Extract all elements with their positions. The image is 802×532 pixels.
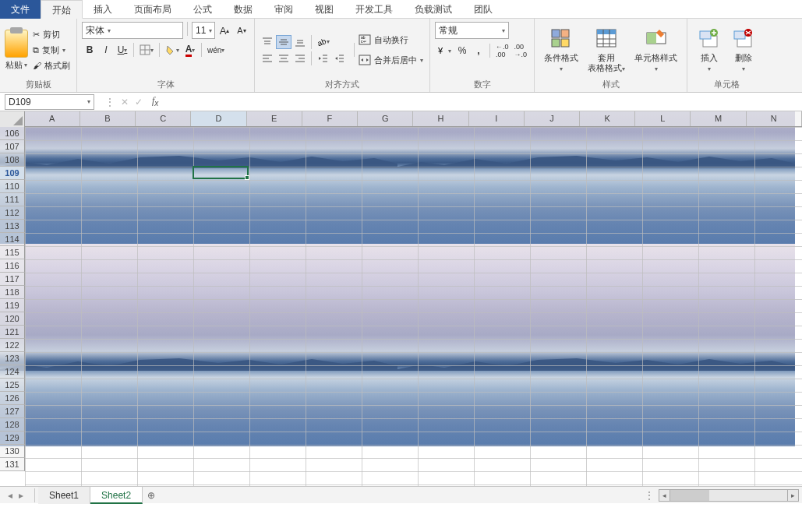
decrease-indent-button[interactable] [315, 51, 330, 65]
tab-insert[interactable]: 插入 [83, 0, 123, 19]
accounting-format-button[interactable]: ¥▾ [435, 42, 454, 59]
row-header-114[interactable]: 114 [0, 233, 25, 246]
tab-view[interactable]: 视图 [304, 0, 344, 19]
select-all-corner[interactable] [0, 111, 25, 127]
row-header-129[interactable]: 129 [0, 432, 25, 445]
percent-button[interactable]: % [454, 42, 470, 59]
copy-button[interactable]: 复制▾ [31, 42, 72, 58]
scroll-thumb[interactable] [670, 490, 709, 501]
row-header-113[interactable]: 113 [0, 220, 25, 233]
row-header-111[interactable]: 111 [0, 193, 25, 206]
tab-scroll-split[interactable]: ⋮ [640, 490, 659, 501]
increase-font-button[interactable]: A▴ [217, 22, 232, 39]
format-as-table-button[interactable]: 套用 表格格式▾ [583, 25, 630, 76]
wrap-text-button[interactable]: abc↵自动换行 [357, 32, 425, 48]
row-header-120[interactable]: 120 [0, 312, 25, 326]
merge-center-button[interactable]: 合并后居中▾ [357, 52, 425, 68]
column-header-E[interactable]: E [247, 111, 302, 126]
row-header-117[interactable]: 117 [0, 273, 25, 286]
font-size-combo[interactable]: 11▾ [192, 22, 215, 39]
font-name-combo[interactable]: 宋体▾ [82, 22, 183, 39]
font-color-button[interactable]: A▾ [182, 41, 198, 58]
column-header-H[interactable]: H [413, 111, 468, 126]
number-format-combo[interactable]: 常规▾ [435, 22, 509, 39]
bold-button[interactable]: B [82, 41, 97, 58]
new-sheet-button[interactable]: ⊕ [143, 490, 160, 501]
row-header-123[interactable]: 123 [0, 352, 25, 365]
formula-input[interactable] [161, 94, 802, 110]
column-header-G[interactable]: G [358, 111, 413, 126]
column-header-K[interactable]: K [580, 111, 635, 126]
align-bottom-button[interactable] [292, 35, 308, 49]
row-header-108[interactable]: 108 [0, 153, 25, 167]
align-right-button[interactable] [292, 51, 308, 65]
sheet-nav-next[interactable]: ▸ [19, 490, 23, 501]
tab-loadtest[interactable]: 负载测试 [404, 0, 463, 19]
underline-button[interactable]: U▾ [115, 41, 130, 58]
column-header-L[interactable]: L [635, 111, 691, 126]
decrease-font-button[interactable]: A▾ [234, 22, 249, 39]
row-header-115[interactable]: 115 [0, 246, 25, 259]
scroll-left-button[interactable]: ◂ [659, 490, 670, 501]
italic-button[interactable]: I [98, 41, 114, 58]
column-header-A[interactable]: A [25, 111, 80, 126]
column-header-M[interactable]: M [691, 111, 746, 126]
cells-area[interactable] [25, 127, 802, 486]
sheet-tab-sheet2[interactable]: Sheet2 [90, 487, 143, 504]
row-header-125[interactable]: 125 [0, 379, 25, 392]
paste-icon[interactable] [5, 30, 28, 58]
row-header-130[interactable]: 130 [0, 445, 25, 458]
column-header-F[interactable]: F [302, 111, 358, 126]
increase-indent-button[interactable] [331, 51, 347, 65]
column-header-J[interactable]: J [525, 111, 580, 126]
fx-icon[interactable]: fx [149, 95, 161, 107]
row-header-124[interactable]: 124 [0, 365, 25, 379]
insert-cells-button[interactable]: 插入▾ [692, 25, 726, 76]
name-box-expand[interactable]: ⋮ [105, 97, 115, 107]
row-header-112[interactable]: 112 [0, 206, 25, 220]
selected-cell[interactable] [193, 166, 249, 179]
row-header-131[interactable]: 131 [0, 458, 25, 471]
row-header-106[interactable]: 106 [0, 127, 25, 140]
row-header-107[interactable]: 107 [0, 140, 25, 153]
delete-cells-button[interactable]: 删除▾ [726, 25, 761, 76]
scroll-right-button[interactable]: ▸ [787, 490, 798, 501]
row-header-126[interactable]: 126 [0, 392, 25, 405]
column-header-D[interactable]: D [191, 111, 246, 126]
paste-button[interactable]: 粘贴▾ [5, 59, 27, 71]
row-header-127[interactable]: 127 [0, 405, 25, 418]
decrease-decimal-button[interactable]: .00→.0 [512, 42, 530, 59]
row-header-110[interactable]: 110 [0, 180, 25, 193]
cell-styles-button[interactable]: 单元格样式▾ [630, 25, 682, 76]
column-header-B[interactable]: B [80, 111, 136, 126]
column-header-C[interactable]: C [136, 111, 191, 126]
cut-button[interactable]: 剪切 [31, 26, 72, 42]
row-header-128[interactable]: 128 [0, 418, 25, 432]
comma-button[interactable]: , [471, 42, 486, 59]
row-header-119[interactable]: 119 [0, 299, 25, 312]
tab-review[interactable]: 审阅 [263, 0, 304, 19]
spreadsheet-grid[interactable]: ABCDEFGHIJKLMN 1061071081091101111121131… [0, 111, 802, 486]
align-top-button[interactable] [260, 35, 275, 49]
conditional-format-button[interactable]: 条件格式▾ [539, 25, 583, 76]
align-middle-button[interactable] [276, 35, 291, 49]
row-header-118[interactable]: 118 [0, 286, 25, 299]
enter-formula-button[interactable]: ✓ [135, 97, 143, 107]
tab-file[interactable]: 文件 [0, 0, 41, 19]
border-button[interactable]: ▾ [137, 41, 156, 58]
column-header-I[interactable]: I [469, 111, 525, 126]
sheet-tab-sheet1[interactable]: Sheet1 [38, 487, 90, 504]
orientation-button[interactable]: ab▾ [315, 35, 330, 49]
horizontal-scrollbar[interactable]: ◂ ▸ [659, 489, 799, 502]
sheet-nav-prev[interactable]: ◂ [8, 490, 12, 501]
fill-color-button[interactable]: ▾ [163, 41, 182, 58]
row-header-122[interactable]: 122 [0, 339, 25, 352]
fill-handle[interactable] [245, 175, 249, 180]
row-header-116[interactable]: 116 [0, 259, 25, 273]
tab-developer[interactable]: 开发工具 [344, 0, 404, 19]
align-center-button[interactable] [276, 51, 291, 65]
column-header-N[interactable]: N [747, 111, 802, 126]
cancel-formula-button[interactable]: ✕ [121, 97, 129, 107]
tab-formulas[interactable]: 公式 [182, 0, 223, 19]
increase-decimal-button[interactable]: ←.0.00 [493, 42, 511, 59]
